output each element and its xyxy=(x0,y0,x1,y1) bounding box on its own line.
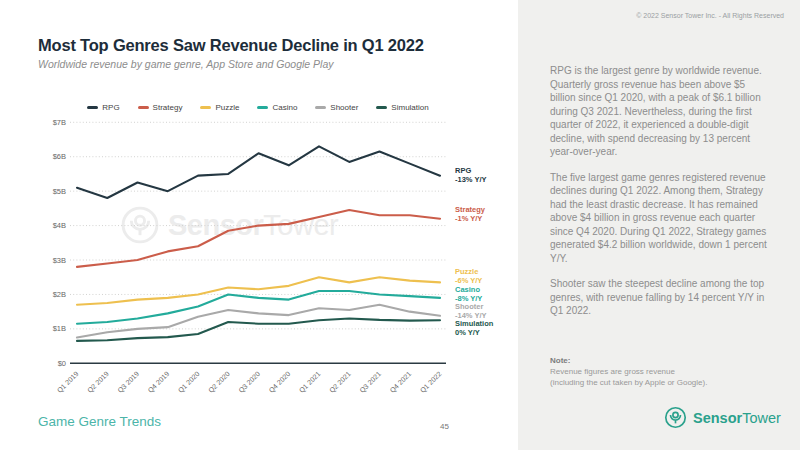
x-tick-label: Q1 2019 xyxy=(56,370,81,395)
commentary-sidebar: © 2022 Sensor Tower Inc. - All Rights Re… xyxy=(518,0,800,450)
series-label-casino: Casino-8% Y/Y xyxy=(455,285,482,303)
page-number: 45 xyxy=(440,422,449,431)
legend-item-shooter: Shooter xyxy=(315,103,358,112)
paragraph-shooter: Shooter saw the steepest decline among t… xyxy=(550,277,772,318)
y-tick-label: $0 xyxy=(58,359,66,368)
legend-item-casino: Casino xyxy=(257,103,297,112)
commentary-paragraphs: RPG is the largest genre by worldwide re… xyxy=(550,64,772,330)
paragraph-strategy: The five largest game genres registered … xyxy=(550,171,772,266)
series-yoy-change: -1% Y/Y xyxy=(455,214,485,223)
page-title: Most Top Genres Saw Revenue Decline in Q… xyxy=(38,36,424,55)
x-tick-label: Q3 2019 xyxy=(116,370,141,395)
y-tick-label: $7B xyxy=(53,118,66,127)
series-label-puzzle: Puzzle-6% Y/Y xyxy=(455,267,482,285)
legend-label: Simulation xyxy=(391,103,428,112)
x-tick-label: Q3 2021 xyxy=(358,370,383,395)
legend-marker-rpg xyxy=(87,106,98,109)
note-line-2: (including the cut taken by Apple or Goo… xyxy=(550,377,772,388)
legend-label: RPG xyxy=(102,103,119,112)
page-subtitle: Worldwide revenue by game genre, App Sto… xyxy=(38,58,334,70)
y-tick-label: $5B xyxy=(53,187,66,196)
legend-label: Casino xyxy=(272,103,297,112)
revenue-chart: $0$1B$2B$3B$4B$5B$6B$7BQ1 2019Q2 2019Q3 … xyxy=(30,115,510,405)
series-yoy-change: -13% Y/Y xyxy=(455,175,487,184)
legend-label: Puzzle xyxy=(215,103,239,112)
series-name: Casino xyxy=(455,285,482,294)
paragraph-rpg: RPG is the largest genre by worldwide re… xyxy=(550,64,772,159)
x-tick-label: Q1 2022 xyxy=(419,370,444,395)
legend-label: Strategy xyxy=(153,103,183,112)
series-label-rpg: RPG-13% Y/Y xyxy=(455,166,487,184)
x-tick-label: Q1 2020 xyxy=(177,370,202,395)
series-line-shooter xyxy=(77,305,440,338)
x-tick-label: Q3 2020 xyxy=(237,370,262,395)
chart-legend: RPGStrategyPuzzleCasinoShooterSimulation xyxy=(38,103,478,112)
note-block: Note: Revenue figures are gross revenue … xyxy=(550,355,772,388)
note-line-1: Revenue figures are gross revenue xyxy=(550,366,772,377)
revenue-line-chart-svg: $0$1B$2B$3B$4B$5B$6B$7BQ1 2019Q2 2019Q3 … xyxy=(30,115,510,405)
x-tick-label: Q2 2020 xyxy=(207,370,232,395)
legend-item-strategy: Strategy xyxy=(138,103,183,112)
series-label-shooter: Shooter-14% Y/Y xyxy=(455,302,487,320)
series-yoy-change: 0% Y/Y xyxy=(455,328,493,337)
series-label-strategy: Strategy-1% Y/Y xyxy=(455,205,485,223)
y-tick-label: $3B xyxy=(53,256,66,265)
legend-marker-simulation xyxy=(376,106,387,109)
y-tick-label: $2B xyxy=(53,290,66,299)
legend-marker-shooter xyxy=(315,106,326,109)
legend-marker-casino xyxy=(257,106,268,109)
section-title-footer: Game Genre Trends xyxy=(38,414,161,429)
series-name: Puzzle xyxy=(455,267,482,276)
y-tick-label: $4B xyxy=(53,221,66,230)
legend-label: Shooter xyxy=(330,103,358,112)
series-line-puzzle xyxy=(77,277,440,305)
legend-item-simulation: Simulation xyxy=(376,103,428,112)
legend-marker-puzzle xyxy=(200,106,211,109)
legend-item-puzzle: Puzzle xyxy=(200,103,239,112)
sensortower-logo: SensorTower xyxy=(664,406,781,429)
series-line-strategy xyxy=(77,210,440,267)
series-name: RPG xyxy=(455,166,487,175)
x-tick-label: Q4 2021 xyxy=(389,370,414,395)
series-name: Shooter xyxy=(455,302,487,311)
series-name: Simulation xyxy=(455,319,493,328)
series-line-rpg xyxy=(77,146,440,198)
series-label-simulation: Simulation0% Y/Y xyxy=(455,319,493,337)
x-tick-label: Q2 2019 xyxy=(86,370,111,395)
y-tick-label: $6B xyxy=(53,152,66,161)
sensortower-logo-text: SensorTower xyxy=(693,410,781,426)
series-name: Strategy xyxy=(455,205,485,214)
y-tick-label: $1B xyxy=(53,324,66,333)
sensortower-logo-icon xyxy=(664,406,687,429)
series-yoy-change: -6% Y/Y xyxy=(455,276,482,285)
legend-item-rpg: RPG xyxy=(87,103,119,112)
series-line-casino xyxy=(77,291,440,324)
legend-marker-strategy xyxy=(138,106,149,109)
copyright-text: © 2022 Sensor Tower Inc. - All Rights Re… xyxy=(636,12,784,19)
x-tick-label: Q4 2020 xyxy=(268,370,293,395)
x-tick-label: Q1 2021 xyxy=(298,370,323,395)
note-label: Note: xyxy=(550,355,772,366)
x-tick-label: Q2 2021 xyxy=(328,370,353,395)
x-tick-label: Q4 2019 xyxy=(147,370,172,395)
